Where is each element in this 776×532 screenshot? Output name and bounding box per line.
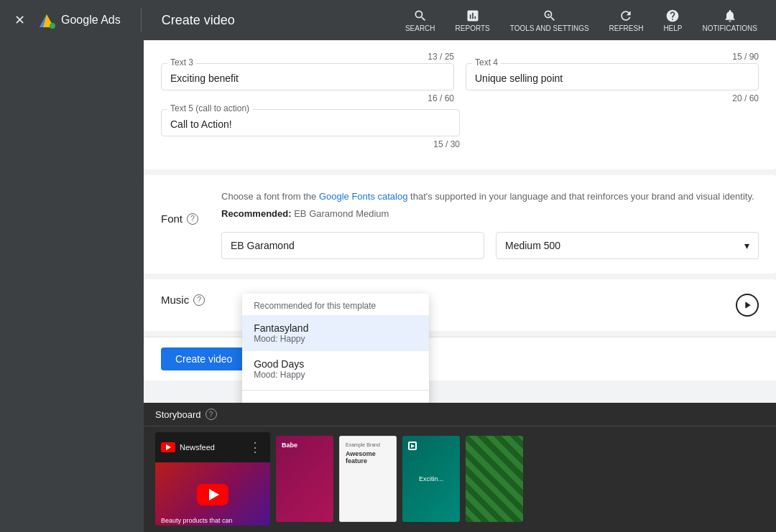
- text4-label: Text 4: [472, 57, 501, 67]
- brand-name: Google Ads: [61, 14, 121, 27]
- google-fonts-link[interactable]: Google Fonts catalog: [319, 191, 408, 202]
- music-item-mood: Mood: Happy: [254, 370, 417, 380]
- font-section-header: Font ?: [161, 190, 198, 248]
- card1-bg: Babe: [276, 436, 333, 522]
- text5-group: Text 5 (call to action) Call to Action! …: [161, 109, 460, 149]
- font-description: Choose a font from the Google Fonts cata…: [221, 190, 759, 204]
- youtube-play-button[interactable]: [197, 484, 228, 505]
- music-section-header: Music ?: [161, 294, 205, 306]
- storyboard-card-2: Example Brand Awesome feature: [339, 436, 397, 522]
- video-title-bar: Newsfeed ⋮: [155, 432, 270, 462]
- text5-input[interactable]: Text 5 (call to action) Call to Action!: [161, 109, 460, 136]
- nav-right: SEARCH REPORTS TOOLS AND SETTINGS REFRES…: [398, 6, 765, 35]
- layout-wrapper: 13 / 25 15 / 90 Text 3 Exciting benefit …: [144, 40, 776, 532]
- action-bar: Create video Cancel: [144, 337, 776, 381]
- svg-point-3: [50, 23, 55, 29]
- refresh-action[interactable]: REFRESH: [602, 6, 651, 35]
- text5-row: Text 5 (call to action) Call to Action! …: [161, 109, 759, 149]
- tools-action[interactable]: TOOLS AND SETTINGS: [503, 6, 596, 35]
- card2-bg: Example Brand Awesome feature: [339, 436, 397, 522]
- music-item-seasons[interactable]: Seasons Mood: Calm: [242, 393, 429, 403]
- text4-count: 20 / 60: [466, 93, 759, 103]
- text4-input[interactable]: Text 4 Unique selling point: [466, 63, 759, 90]
- play-triangle: [209, 489, 219, 500]
- text-fields-row: Text 3 Exciting benefit 16 / 60 Text 4 U…: [161, 63, 759, 103]
- card3-text: Excitin...: [419, 475, 443, 482]
- page-title: Create video: [162, 13, 235, 28]
- google-ads-logo: Google Ads: [37, 10, 121, 30]
- music-play-button[interactable]: [736, 294, 759, 317]
- text3-input[interactable]: Text 3 Exciting benefit: [161, 63, 454, 90]
- storyboard-card-4: [466, 436, 523, 522]
- music-item-fantasyland[interactable]: Fantasyland Mood: Happy: [242, 315, 429, 351]
- font-inputs-row: EB Garamond Medium 500 ▾: [221, 232, 759, 259]
- font-name-value: EB Garamond: [231, 240, 295, 251]
- font-desc-plain: Choose a font from the: [221, 191, 319, 202]
- notifications-action[interactable]: NOTIFICATIONS: [696, 6, 765, 35]
- nav-left: ✕ Google Ads Create video: [11, 9, 235, 32]
- help-icon: [665, 9, 680, 23]
- music-item-name: Fantasyland: [254, 322, 417, 334]
- font-weight-value: Medium 500: [505, 240, 560, 251]
- left-panel: [0, 40, 144, 532]
- music-item-name: Good Days: [254, 358, 417, 370]
- text-fields-section: 13 / 25 15 / 90 Text 3 Exciting benefit …: [144, 40, 776, 169]
- font-weight-select[interactable]: Medium 500 ▾: [496, 232, 759, 259]
- refresh-label: REFRESH: [609, 24, 644, 32]
- recommended-value: EB Garamond Medium: [294, 208, 389, 219]
- search-label: SEARCH: [405, 24, 435, 32]
- card3-indicator: ▶: [408, 442, 457, 450]
- text4-value: Unique selling point: [475, 73, 749, 84]
- text3-label: Text 3: [167, 57, 196, 67]
- font-desc-rest: that's supported in your language and th…: [407, 191, 754, 202]
- content-area: 13 / 25 15 / 90 Text 3 Exciting benefit …: [144, 40, 776, 532]
- music-item-gooddays[interactable]: Good Days Mood: Happy: [242, 351, 429, 387]
- storyboard-label: Storyboard: [155, 409, 201, 420]
- scrollable-content: 13 / 25 15 / 90 Text 3 Exciting benefit …: [144, 40, 776, 403]
- video-preview-card: Newsfeed ⋮ Beauty products that can: [155, 432, 270, 526]
- text3-count: 16 / 60: [161, 93, 454, 103]
- text5-count: 15 / 30: [161, 139, 460, 149]
- notifications-label: NOTIFICATIONS: [703, 24, 757, 32]
- music-help-button[interactable]: ?: [193, 294, 205, 306]
- video-thumbnail: Beauty products that can: [155, 462, 270, 526]
- main-container: 13 / 25 15 / 90 Text 3 Exciting benefit …: [0, 40, 776, 532]
- reports-action[interactable]: REPORTS: [448, 6, 497, 35]
- play-icon: [742, 299, 753, 311]
- music-label: Music: [161, 294, 189, 306]
- music-item-name: Seasons: [254, 401, 417, 403]
- font-description-area: Choose a font from the Google Fonts cata…: [221, 190, 759, 259]
- dropdown-divider: [242, 390, 429, 391]
- video-caption-text: Beauty products that can: [161, 517, 233, 524]
- reports-label: REPORTS: [456, 24, 490, 32]
- font-recommended: Recommended: EB Garamond Medium: [221, 207, 759, 221]
- text3-value: Exciting benefit: [170, 73, 445, 84]
- text5-label: Text 5 (call to action): [167, 103, 252, 113]
- video-title-text: Newsfeed: [180, 443, 215, 452]
- font-section: Font ? Choose a font from the Google Fon…: [144, 175, 776, 274]
- storyboard-card-3: ▶ Excitin...: [402, 436, 460, 522]
- tools-label: TOOLS AND SETTINGS: [510, 24, 589, 32]
- music-section: Music ? Recommended for this template Fa…: [144, 279, 776, 331]
- text3-top-count: 13 / 25: [161, 52, 454, 62]
- text3-group: Text 3 Exciting benefit 16 / 60: [161, 63, 454, 103]
- top-counts-row: 13 / 25 15 / 90: [161, 52, 759, 62]
- storyboard-help-button[interactable]: ?: [205, 409, 217, 420]
- create-video-button[interactable]: Create video: [161, 347, 246, 370]
- tools-icon: [542, 9, 557, 23]
- help-action[interactable]: HELP: [656, 6, 689, 35]
- search-action[interactable]: SEARCH: [398, 6, 443, 35]
- dropdown-header: Recommended for this template: [242, 294, 429, 315]
- text4-top-count: 15 / 90: [466, 52, 759, 62]
- storyboard-card-1: Babe: [276, 436, 333, 522]
- font-name-input[interactable]: EB Garamond: [221, 232, 484, 259]
- close-button[interactable]: ✕: [11, 9, 28, 31]
- video-menu-button[interactable]: ⋮: [246, 437, 264, 458]
- search-icon: [413, 9, 428, 23]
- video-caption: Beauty products that can: [161, 517, 233, 524]
- text4-group: Text 4 Unique selling point 20 / 60: [466, 63, 759, 103]
- font-help-button[interactable]: ?: [187, 213, 198, 225]
- google-ads-logo-icon: [37, 10, 57, 30]
- youtube-icon: [161, 442, 175, 452]
- card4-bg: [466, 436, 523, 522]
